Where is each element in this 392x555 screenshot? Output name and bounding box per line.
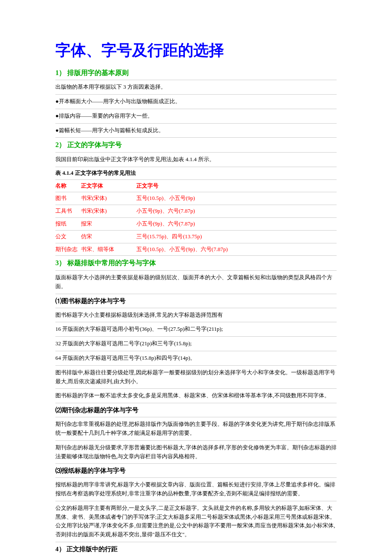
th-size: 正文字号 xyxy=(136,180,337,192)
table-header-row: 名称 正文字体 正文字号 xyxy=(55,180,337,192)
cell-font: 书宋(宋体) xyxy=(81,192,136,205)
para: 图书标题字大小主要根据标题级别来选择,常见的大字标题选择范围有 xyxy=(55,308,337,323)
para: 16 开版面的大字标题可选用小初号(36p)、一号(27.5p)和二号字(211… xyxy=(55,322,337,337)
th-name: 名称 xyxy=(55,180,81,192)
table-caption: 表 4.1.4 正文字体字号的常见用法 xyxy=(55,167,337,180)
para: 64 开版面的大字标题可选用三号字(15.8p)和四号字(14p)。 xyxy=(55,351,337,366)
section-2-heading: 2） 正文的字体与字号 xyxy=(55,138,337,153)
section-1-bullet-3: ●篇幅长短——用字大小与篇幅长短成反比。 xyxy=(55,124,337,138)
cell-name: 工具书 xyxy=(55,205,81,218)
cell-name: 期刊杂志 xyxy=(55,243,81,256)
main-title: 字体、字号及行距的选择 xyxy=(55,38,337,63)
th-font: 正文字体 xyxy=(81,180,136,192)
cell-name: 报纸 xyxy=(55,217,81,230)
para: 期刊杂志的标题无分级要求,字形普遍要比图书标题大,字体的选择多样,字形的变化修饰… xyxy=(55,441,337,464)
section-3-heading: 3） 标题排版中常用的字号与字体 xyxy=(55,256,337,271)
para: 图书排版中,标题往往要分级处理,因此标题字一般要根据级别的划分来选择字号大小和字… xyxy=(55,366,337,389)
cell-name: 图书 xyxy=(55,192,81,205)
font-size-table: 名称 正文字体 正文字号 图书 书宋(宋体) 五号(10.5p)、小五号(9p)… xyxy=(55,180,337,256)
table-row: 报纸 报宋 小五号(9p)、六号(7.87p) xyxy=(55,217,337,230)
para: 报纸标题的用字非常讲究,标题字大小要根据文章内容、版面位置、篇幅长短进行安排,字… xyxy=(55,478,337,501)
cell-font: 书宋(宋体) xyxy=(81,205,136,218)
section-2-intro: 我国目前印刷出版业中正文字体字号的常见用法,如表 4.1.4 所示。 xyxy=(55,153,337,167)
cell-font: 书宋、细等体 xyxy=(81,243,136,256)
section-1-bullet-2: ●排版内容——重要的内容用字大一些。 xyxy=(55,109,337,124)
table-row: 工具书 书宋(宋体) 小五号(9p)、六号(7.87p) xyxy=(55,205,337,218)
cell-size: 小五号(9p)、六号(7.87p) xyxy=(136,217,337,230)
cell-font: 报宋 xyxy=(81,217,136,230)
table-row: 图书 书宋(宋体) 五号(10.5p)、小五号(9p) xyxy=(55,192,337,205)
para: 32 开版面的大字标题可选用二号字(21p)和三号字(15.8p); xyxy=(55,337,337,351)
subsection-3-3-heading: ⑶报纸标题的字体与字号 xyxy=(55,464,337,478)
cell-size: 五号(10.5p)、小五号(9p)、六号(7.87p) xyxy=(136,243,337,256)
table-row: 公文 仿宋 三号(15.75p)、四号(13.75p) xyxy=(55,230,337,243)
subsection-3-1-heading: ⑴图书标题的字体与字号 xyxy=(55,294,337,308)
subsection-3-2-heading: ⑵期刊杂志标题的字体与字号 xyxy=(55,403,337,417)
section-3-intro: 版面标题字大小选择的主要依据是标题的级别层次、版面开本的大小、文章篇幅长短和出版… xyxy=(55,271,337,294)
cell-size: 小五号(9p)、六号(7.87p) xyxy=(136,205,337,218)
cell-size: 三号(15.75p)、四号(13.75p) xyxy=(136,230,337,243)
section-1-heading: 1） 排版用字的基本原则 xyxy=(55,66,337,81)
para: 公文的标题用字主要有两部分,一是文头字,二是正文标题字。文头就是文件的名称,多用… xyxy=(55,501,337,542)
cell-size: 五号(10.5p)、小五号(9p) xyxy=(136,192,337,205)
section-1-intro: 出版物的基本用字根据以下 3 方面因素选择。 xyxy=(55,80,337,95)
section-1-bullet-1: ●开本幅面大小——用字大小与出版物幅面成正比。 xyxy=(55,95,337,109)
cell-name: 公文 xyxy=(55,230,81,243)
section-4-heading: 4） 正文排版中的行距 xyxy=(55,542,337,555)
cell-font: 仿宋 xyxy=(81,230,136,243)
document-page: 字体、字号及行距的选择 1） 排版用字的基本原则 出版物的基本用字根据以下 3 … xyxy=(0,0,392,555)
para: 期刊杂志非常重视标题的处理,把标题排版作为版面修饰的主要手段。标题的字体变化更为… xyxy=(55,417,337,441)
para: 图书标题的字体一般不追求太多变化,多是采用黑体、标题宋体、仿宋体和楷体等基本字体… xyxy=(55,389,337,403)
table-row: 期刊杂志 书宋、细等体 五号(10.5p)、小五号(9p)、六号(7.87p) xyxy=(55,243,337,256)
